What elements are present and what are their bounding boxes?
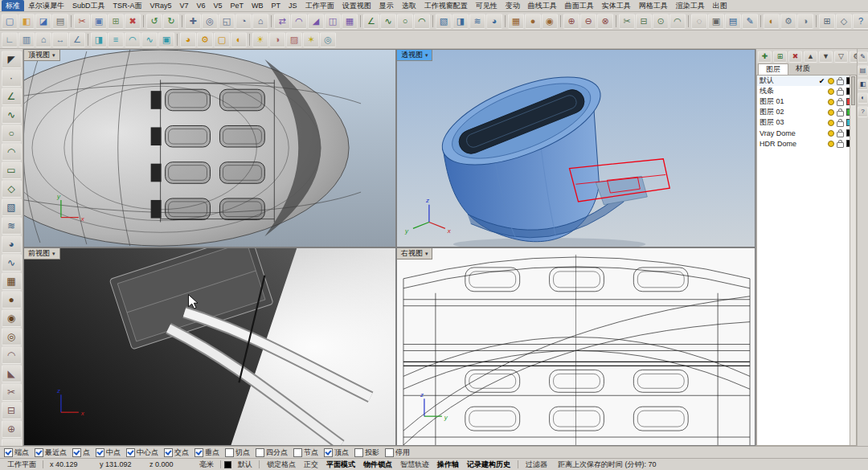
viewport-front-tab[interactable]: 前视图 ▾: [24, 248, 60, 260]
vray-options-icon[interactable]: ⚙: [197, 32, 213, 47]
toolbar-tab-24[interactable]: 出图: [709, 0, 731, 12]
pan-icon[interactable]: ✚: [185, 14, 201, 29]
split-icon[interactable]: ⊟: [2, 402, 22, 419]
viewport-top[interactable]: y x 顶视图 ▾: [24, 50, 395, 247]
sun-icon[interactable]: ☀: [252, 32, 268, 47]
status-toggle-0[interactable]: 锁定格点: [263, 460, 300, 470]
layer-lock-icon[interactable]: [837, 121, 844, 127]
light-icon[interactable]: ✶: [303, 32, 319, 47]
arc-icon[interactable]: ◠: [2, 143, 22, 161]
osnap-item-0[interactable]: 端点: [4, 448, 29, 458]
layer-visibility-bulb-icon[interactable]: [828, 78, 834, 84]
layer-list-scrollbar[interactable]: [850, 76, 856, 445]
shell-icon[interactable]: ▣: [158, 32, 174, 47]
toolbar-tab-3[interactable]: TSR-A面: [109, 0, 146, 12]
grid-toggle-icon[interactable]: ⊞: [819, 14, 835, 29]
viewport-perspective-canvas[interactable]: z x y: [397, 50, 755, 247]
curve-icon[interactable]: ∿: [2, 106, 22, 124]
help-icon[interactable]: ?: [853, 14, 868, 29]
osnap-item-3[interactable]: 中点: [96, 448, 121, 458]
layer-lock-icon[interactable]: [837, 111, 844, 116]
osnap-item-10[interactable]: 顶点: [324, 448, 349, 458]
toolbar-tab-13[interactable]: 设置视图: [338, 0, 375, 12]
toolbar-tab-17[interactable]: 可见性: [472, 0, 502, 12]
toolbar-tab-18[interactable]: 变动: [502, 0, 524, 12]
viewport-top-canvas[interactable]: y x: [24, 50, 395, 247]
layer-tools-icon[interactable]: ⚙: [850, 51, 857, 63]
rectangle-icon[interactable]: ▭: [2, 161, 22, 179]
osnap-item-2[interactable]: 点: [72, 448, 90, 458]
delete-icon[interactable]: ✖: [125, 14, 141, 29]
select-icon[interactable]: ◤: [2, 51, 22, 68]
vray-render-icon[interactable]: ◕: [180, 32, 196, 47]
toolbar-tab-9[interactable]: WB: [248, 1, 268, 10]
osnap-item-4[interactable]: 中心点: [126, 448, 158, 458]
osnap-checkbox[interactable]: [293, 448, 302, 457]
layer-row-2[interactable]: 图层 01: [757, 96, 856, 107]
new-layer-icon[interactable]: ✚: [758, 51, 772, 63]
units-label[interactable]: 毫米: [196, 460, 217, 470]
osnap-checkbox[interactable]: [194, 448, 203, 457]
arc-icon[interactable]: ◠: [414, 14, 430, 29]
toolbar-tab-5[interactable]: V7: [176, 1, 193, 10]
display-tab-icon[interactable]: ◧: [858, 79, 868, 90]
osnap-checkbox[interactable]: [324, 448, 333, 457]
render-icon[interactable]: ◐: [764, 14, 780, 29]
new-sublayer-icon[interactable]: ⊞: [773, 51, 787, 63]
toolbar-tab-20[interactable]: 曲面工具: [561, 0, 598, 12]
distance-icon[interactable]: ↔: [52, 32, 68, 47]
angle-icon[interactable]: ∠: [69, 32, 85, 47]
toolbar-tab-21[interactable]: 实体工具: [598, 0, 635, 12]
zoom-window-icon[interactable]: ◱: [219, 14, 235, 29]
fillet-icon[interactable]: ◠: [669, 14, 686, 29]
polyline-icon[interactable]: ∠: [363, 14, 379, 29]
osnap-checkbox[interactable]: [126, 448, 135, 457]
toolbar-tab-12[interactable]: 工作平面: [301, 0, 338, 12]
cplane-selector[interactable]: 工作平面: [4, 460, 39, 470]
extrude-surface-icon[interactable]: ◨: [91, 32, 107, 47]
rotate-icon[interactable]: ◠: [291, 14, 307, 29]
status-toggle-4[interactable]: 智慧轨迹: [396, 460, 433, 470]
osnap-checkbox[interactable]: [354, 448, 363, 457]
box-icon[interactable]: ▦: [508, 14, 524, 29]
material-editor-icon[interactable]: ◑: [269, 32, 285, 47]
loft-icon[interactable]: ≋: [2, 217, 22, 235]
rotate-view-icon[interactable]: ◔: [235, 14, 252, 29]
osnap-item-11[interactable]: 投影: [354, 448, 379, 458]
osnap-checkbox[interactable]: [256, 448, 264, 457]
vray-frame-buffer-icon[interactable]: ▢: [214, 32, 230, 47]
viewport-right-canvas[interactable]: z y: [397, 248, 755, 445]
new-file-icon[interactable]: ▢: [2, 14, 18, 29]
split-icon[interactable]: ⊟: [636, 14, 652, 29]
surface-icon[interactable]: ▧: [436, 14, 452, 29]
object-properties-icon[interactable]: ✎: [742, 14, 758, 29]
move-layer-down-icon[interactable]: ▼: [819, 51, 833, 63]
boolean-intersection-icon[interactable]: ⊗: [597, 14, 613, 29]
osnap-checkbox[interactable]: [164, 448, 173, 457]
circle-icon[interactable]: ○: [397, 14, 413, 29]
blend-surface-icon[interactable]: ∿: [141, 32, 158, 47]
panel-tab-0[interactable]: 图层: [758, 63, 788, 75]
layer-row-3[interactable]: 图层 02: [757, 107, 856, 117]
layer-row-1[interactable]: 线条: [757, 86, 856, 96]
layer-visibility-bulb-icon[interactable]: [828, 141, 834, 147]
fillet-icon[interactable]: ◠: [2, 346, 22, 364]
toolbar-tab-15[interactable]: 选取: [398, 0, 420, 12]
cylinder-icon[interactable]: ◉: [542, 14, 558, 29]
cylinder-icon[interactable]: ◉: [2, 309, 22, 327]
mirror-icon[interactable]: ◫: [325, 14, 341, 29]
move-icon[interactable]: ⇄: [274, 14, 290, 29]
circle-icon[interactable]: ○: [2, 125, 22, 142]
viewport-perspective[interactable]: z x y 透视图 ▾: [397, 50, 755, 247]
print-icon[interactable]: ▤: [52, 14, 68, 29]
osnap-item-5[interactable]: 交点: [164, 448, 189, 458]
curve-icon[interactable]: ∿: [380, 14, 396, 29]
viewport-right[interactable]: z y 右视图 ▾: [397, 248, 755, 445]
extrude-icon[interactable]: ◨: [452, 14, 469, 29]
status-toggle-3[interactable]: 物件锁点: [359, 460, 396, 470]
toolbar-tab-4[interactable]: VRay5: [146, 1, 176, 10]
hide-icon[interactable]: ◌: [691, 14, 707, 29]
environment-icon[interactable]: ◎: [320, 32, 336, 47]
chamfer-icon[interactable]: ◣: [2, 365, 22, 382]
sphere-icon[interactable]: ●: [2, 291, 22, 309]
